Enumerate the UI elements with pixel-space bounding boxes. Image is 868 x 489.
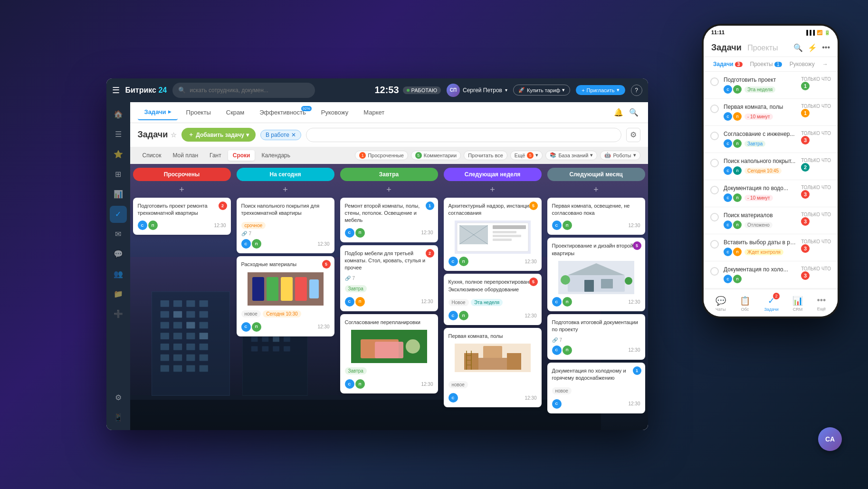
phone-tab-manage[interactable]: Руковожу xyxy=(788,60,817,68)
user-area[interactable]: СП Сергей Петров ▾ xyxy=(447,84,507,97)
phone-nav-discuss[interactable]: 📋 Обс xyxy=(740,296,750,312)
task-card[interactable]: 5 Проектирование и дизайн второй квартир… xyxy=(547,238,645,311)
user-dropdown-icon: ▾ xyxy=(505,87,507,93)
tab-manage[interactable]: Руковожу xyxy=(315,105,355,120)
sidebar-item-settings[interactable]: ⚙ xyxy=(110,389,127,406)
tab-projects[interactable]: Проекты xyxy=(180,105,218,120)
phone-more-icon[interactable]: ••• xyxy=(822,43,830,52)
sidebar-item-phone[interactable]: 📱 xyxy=(110,409,127,426)
task-card[interactable]: Поиск напольного покрытия для трехкомнат… xyxy=(237,198,334,254)
search-bar[interactable]: 🔍 xyxy=(172,83,315,98)
sidebar-item-plus[interactable]: ➕ xyxy=(110,306,127,323)
task-checkbox[interactable] xyxy=(710,77,719,86)
task-card[interactable]: Первая комната, полы xyxy=(444,328,542,407)
in-progress-filter[interactable]: В работе ✕ xyxy=(260,130,301,140)
buy-plan-button[interactable]: 🚀 Купить тариф ▾ xyxy=(513,85,570,96)
phone-filter-icon[interactable]: ⚡ xyxy=(808,43,817,52)
task-checkbox[interactable] xyxy=(710,159,719,167)
sidebar-item-chat[interactable]: 💬 xyxy=(110,246,127,263)
sidebar-item-star[interactable]: ⭐ xyxy=(110,146,127,163)
phone-task-item[interactable]: Первая комната, полы С П - 10 минут ТОЛЬ… xyxy=(704,99,838,126)
sidebar-item-folder[interactable]: 📁 xyxy=(110,286,127,303)
task-checkbox[interactable] xyxy=(710,240,719,249)
add-tomorrow-button[interactable]: + xyxy=(340,185,438,195)
phone-tab-tasks[interactable]: Задачи 3 xyxy=(711,60,744,68)
task-card[interactable]: Подготовка итоговой документации по прое… xyxy=(547,314,645,360)
task-right: ТОЛЬКО ЧТО 2 xyxy=(801,158,831,172)
task-card[interactable]: 5 Архитектурный надзор, инстанции и согл… xyxy=(444,198,542,271)
phone-nav-chats[interactable]: 💬 Чаты xyxy=(715,296,726,312)
phone-tab-more[interactable]: → xyxy=(820,60,830,68)
close-filter-icon[interactable]: ✕ xyxy=(291,132,296,138)
knowledge-base-btn[interactable]: 📚 База знаний ▾ xyxy=(545,151,597,160)
arrow-icon: → xyxy=(822,61,828,67)
phone-tab-projects[interactable]: Проекты 1 xyxy=(748,60,784,68)
tab-efficiency[interactable]: Эффективность 92% xyxy=(253,105,313,120)
view-gantt[interactable]: Гант xyxy=(205,150,226,161)
avatar: С xyxy=(552,221,562,230)
notification-icon[interactable]: 🔔 xyxy=(614,108,623,117)
sidebar-item-tasks[interactable]: ✓ xyxy=(110,206,127,223)
phone-task-item[interactable]: Поиск напольного покрыт... С П Сегодня 1… xyxy=(704,153,838,180)
task-right: ТОЛЬКО ЧТО 1 xyxy=(801,77,831,90)
task-checkbox[interactable] xyxy=(710,132,719,140)
settings-button[interactable]: ⚙ xyxy=(626,128,640,142)
overdue-filter-btn[interactable]: 1 Просроченные xyxy=(355,151,408,160)
task-card[interactable]: 5 Расходные материалы xyxy=(237,256,334,336)
task-checkbox[interactable] xyxy=(710,105,719,113)
search-top-icon[interactable]: 🔍 xyxy=(629,108,639,117)
task-checkbox[interactable] xyxy=(710,213,719,221)
tab-market[interactable]: Маркет xyxy=(357,105,391,120)
task-card[interactable]: 2 Подбор мебели для третьей комнаты. Сто… xyxy=(340,245,438,311)
phone-nav-crm[interactable]: 📊 CRM xyxy=(792,296,803,312)
add-task-button[interactable]: ＋ Добавить задачу ▾ xyxy=(181,128,256,142)
task-card[interactable]: 5 Кухня, полное перепроектирование. Экск… xyxy=(444,274,542,325)
task-card[interactable]: 1 Ремонт второй комнаты, полы, стены, по… xyxy=(340,198,438,242)
more-filter-btn[interactable]: Ещё 5 ▾ xyxy=(510,151,543,160)
phone-nav-more[interactable]: ••• Ещё xyxy=(817,296,826,311)
task-card[interactable]: Первая комната, освещение, не согласован… xyxy=(547,198,645,235)
tab-tasks[interactable]: Задачи ▸ xyxy=(138,105,178,120)
task-checkbox[interactable] xyxy=(710,186,719,194)
sidebar-item-contacts[interactable]: 👥 xyxy=(110,266,127,283)
sidebar-item-mail[interactable]: ✉ xyxy=(110,226,127,243)
view-myplan[interactable]: Мой план xyxy=(168,150,203,161)
task-card[interactable]: 2 Подготовить проект ремонта трехкомнатн… xyxy=(133,198,231,235)
help-button[interactable]: ? xyxy=(631,85,642,96)
add-today-button[interactable]: + xyxy=(237,185,334,195)
favorite-star-icon[interactable]: ☆ xyxy=(171,131,177,139)
search-input[interactable] xyxy=(190,87,309,94)
read-all-btn[interactable]: Прочитать все xyxy=(464,151,507,160)
task-card[interactable]: 1 Документация по холодному и горячему в… xyxy=(547,363,645,413)
phone-task-item[interactable]: Поиск материалов С П Отложено ТОЛЬКО ЧТО… xyxy=(704,207,838,234)
add-nextweek-button[interactable]: + xyxy=(444,185,542,195)
robots-btn[interactable]: 🤖 Роботы ▾ xyxy=(600,151,640,160)
add-overdue-button[interactable]: + xyxy=(133,185,231,195)
view-deadlines[interactable]: Сроки xyxy=(228,150,255,161)
task-badge: 2 xyxy=(219,201,227,210)
view-calendar[interactable]: Календарь xyxy=(257,150,295,161)
sidebar-item-apps[interactable]: ⊞ xyxy=(110,166,127,183)
task-card[interactable]: Согласование перепланировки Завтра xyxy=(340,314,438,393)
comments-filter-btn[interactable]: 5 Комментарии xyxy=(411,151,461,160)
tasks-search-input[interactable] xyxy=(306,128,621,142)
phone-task-item[interactable]: Документация по водо... С П - 10 минут Т… xyxy=(704,180,838,207)
task-checkbox[interactable] xyxy=(710,267,719,276)
sidebar-item-home[interactable]: 🏠 xyxy=(110,106,127,123)
tab-scrum[interactable]: Скрам xyxy=(219,105,251,120)
task-title: Первая комната, полы xyxy=(724,104,796,110)
phone-task-item[interactable]: Документация по холо... С П ТОЛЬКО ЧТО 3 xyxy=(704,261,838,288)
phone-task-item[interactable]: Подготовить проект С П Эта неделя ТОЛЬКО… xyxy=(704,72,838,99)
invite-button[interactable]: + Пригласить ▾ xyxy=(576,85,625,95)
sidebar-item-chart[interactable]: 📊 xyxy=(110,186,127,203)
phone-search-icon[interactable]: 🔍 xyxy=(793,43,803,52)
overdue-count: 1 xyxy=(359,152,366,159)
phone-nav-tasks-bottom[interactable]: ✓ 2 Задачи xyxy=(764,296,778,312)
add-nextmonth-button[interactable]: + xyxy=(547,185,645,195)
view-list[interactable]: Список xyxy=(138,150,166,161)
task-right: ТОЛЬКО ЧТО 3 xyxy=(801,185,831,199)
sidebar-item-list[interactable]: ☰ xyxy=(110,126,127,143)
phone-task-item[interactable]: Согласование с инженер... С П Завтра ТОЛ… xyxy=(704,126,838,153)
hamburger-icon[interactable]: ☰ xyxy=(112,85,120,96)
phone-task-item[interactable]: Вставить выбор даты в ре... С П Ждет кон… xyxy=(704,234,838,261)
